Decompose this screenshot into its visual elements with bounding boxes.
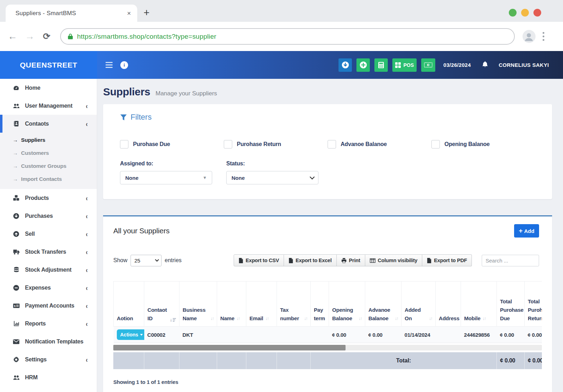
- user-name[interactable]: CORNELIUS SAKYI: [499, 62, 549, 68]
- address-book-icon: [12, 121, 20, 127]
- sidebar-item-sell[interactable]: Sell‹: [0, 225, 97, 243]
- sort-icon[interactable]: ↓↑: [210, 315, 214, 323]
- table-card-title: All your Suppliers: [113, 227, 170, 235]
- info-icon[interactable]: i: [120, 61, 128, 69]
- circle-up-icon: [12, 231, 20, 237]
- sort-desc-icon[interactable]: ↓: [170, 318, 176, 323]
- column-header-address: Address: [436, 282, 461, 327]
- sidebar-subitem-customers[interactable]: →Customers: [0, 146, 97, 159]
- column-header-mobile[interactable]: Mobile↓↑: [461, 282, 497, 327]
- address-bar[interactable]: https://smartbms.shop/contacts?type=supp…: [60, 28, 515, 45]
- download-button[interactable]: [339, 58, 352, 72]
- sidebar-item-purchases[interactable]: Purchases‹: [0, 207, 97, 225]
- chevron-left-icon: ‹: [86, 355, 88, 364]
- column-header-advanoe-balanoe[interactable]: Advanoe Balanoe↓↑: [365, 282, 401, 327]
- browser-avatar[interactable]: [523, 30, 536, 43]
- page-length-select[interactable]: 25: [131, 255, 162, 266]
- window-minimize-light[interactable]: [509, 9, 517, 17]
- add-supplier-button[interactable]: + Add: [514, 224, 539, 238]
- scrollbar-thumb[interactable]: [113, 345, 346, 350]
- add-new-button[interactable]: [356, 58, 370, 72]
- back-icon[interactable]: ←: [8, 31, 17, 42]
- sidebar-item-user-management[interactable]: User Management‹: [0, 97, 97, 115]
- print-label: Print: [349, 258, 360, 263]
- sort-icon[interactable]: ↓↑: [265, 315, 268, 323]
- reload-icon[interactable]: ⟳: [43, 31, 50, 42]
- sidebar-item-payment-accounts[interactable]: $Payment Accounts‹: [0, 297, 97, 315]
- column-label: Aotion: [117, 314, 133, 323]
- sort-icon[interactable]: ↓↑: [482, 315, 486, 323]
- checkbox-advanoe-balanoe[interactable]: [328, 140, 336, 148]
- hamburger-icon[interactable]: [106, 62, 113, 68]
- browser-menu-icon[interactable]: [543, 32, 544, 41]
- page-length-value: 25: [134, 258, 140, 264]
- sidebar-item-contaots[interactable]: Contaots‹: [0, 115, 97, 133]
- sidebar-subitem-suppliers[interactable]: →Suppliers: [0, 133, 97, 146]
- sort-icon[interactable]: ↓↑: [304, 315, 307, 323]
- sidebar-item-expenses[interactable]: Expenses‹: [0, 279, 97, 297]
- sort-icon[interactable]: ↓↑: [429, 315, 432, 323]
- suppliers-card: All your Suppliers + Add Show 25 entries: [103, 215, 552, 392]
- export-to-excel-button[interactable]: Export to Excel: [284, 254, 337, 266]
- search-input[interactable]: [482, 255, 539, 266]
- chevron-left-icon: ‹: [86, 120, 88, 128]
- footer-empty-cell: [179, 352, 217, 369]
- checkbox-purohase-return[interactable]: [224, 140, 232, 148]
- assigned-to-select[interactable]: None ▼: [120, 171, 212, 184]
- filter-selects: Assigned to: None ▼ Status: None: [120, 160, 535, 184]
- sort-icon[interactable]: ↓↑: [395, 315, 398, 323]
- browser-tab[interactable]: Suppliers - SmartBMS ×: [6, 5, 137, 22]
- pos-button[interactable]: POS: [392, 58, 417, 72]
- sidebar-item-home[interactable]: Home: [0, 79, 97, 97]
- bell-icon[interactable]: [482, 61, 488, 69]
- sidebar-item-stock-transfers[interactable]: Stock Transfers‹: [0, 243, 97, 261]
- circle-plus-icon: [360, 61, 367, 69]
- sidebar-item-stock-adjustment[interactable]: Stock Adjustment‹: [0, 261, 97, 279]
- column-header-email[interactable]: Email↓↑: [246, 282, 277, 327]
- export-to-csv-button[interactable]: Export to CSV: [234, 254, 284, 266]
- sidebar-item-products[interactable]: Products‹: [0, 189, 97, 207]
- row-actions-button[interactable]: Actions: [117, 329, 146, 340]
- caret-down-icon: ▼: [203, 175, 207, 180]
- brand-logo[interactable]: QUEENSTREET: [0, 51, 97, 79]
- horizontal-scrollbar[interactable]: [113, 345, 542, 350]
- column-label: Opening Balanoe: [332, 306, 356, 323]
- current-date: 03/26/2024: [443, 62, 471, 68]
- sort-icon[interactable]: ↓↑: [359, 315, 362, 323]
- new-tab-button[interactable]: +: [144, 8, 150, 18]
- chevron-left-icon: ‹: [86, 212, 88, 220]
- column-visibility-button[interactable]: Column visibility: [365, 254, 423, 266]
- column-header-name[interactable]: Name↓↑: [217, 282, 246, 327]
- sidebar-item-notification-templates[interactable]: Notification Templates: [0, 333, 97, 350]
- checkbox-purohase-due[interactable]: [120, 140, 128, 148]
- sidebar-item-reports[interactable]: Reports‹: [0, 315, 97, 333]
- sidebar-subitem-label: Customers: [21, 150, 49, 156]
- column-header-contaot-id[interactable]: Contaot ID↓: [144, 282, 179, 327]
- window-restore-light[interactable]: [521, 9, 529, 17]
- sidebar-item-label: Stock Adjustment: [25, 267, 71, 273]
- navbar-right: POS0 03/26/2024 CORNELIUS SAKYI: [339, 58, 563, 72]
- checkbox-opening-balanoe[interactable]: [431, 140, 440, 148]
- window-close-light[interactable]: [533, 9, 541, 17]
- sidebar-subitem-import-contacts[interactable]: →Import Contacts: [0, 172, 97, 185]
- minus-circle-icon: [12, 285, 20, 291]
- forward-icon[interactable]: →: [25, 31, 34, 42]
- tab-close-icon[interactable]: ×: [127, 10, 131, 17]
- print-button[interactable]: Print: [337, 254, 365, 266]
- column-header-business-name[interactable]: Business Name↓↑: [179, 282, 217, 327]
- sidebar-item-hrm[interactable]: HRM: [0, 368, 97, 386]
- chevron-left-icon: ‹: [86, 194, 88, 202]
- cash-register-button[interactable]: 0: [421, 58, 435, 72]
- column-header-opening-balanoe[interactable]: Opening Balanoe↓↑: [329, 282, 365, 327]
- column-header-added-on[interactable]: Added On↓↑: [401, 282, 436, 327]
- sidebar-item-settings[interactable]: Settings‹: [0, 350, 97, 368]
- sort-icon[interactable]: ↓↑: [236, 315, 240, 323]
- calculator-button[interactable]: [374, 58, 388, 72]
- export-to-pdf-button[interactable]: Export to PDF: [422, 254, 472, 266]
- sidebar-item-label: Stock Transfers: [25, 249, 66, 255]
- column-header-tax-number[interactable]: Tax number↓↑: [277, 282, 311, 327]
- sidebar-subitem-customer-groups[interactable]: →Customer Groups: [0, 159, 97, 172]
- status-select[interactable]: None: [226, 171, 318, 184]
- plus-icon: +: [519, 227, 523, 235]
- lock-icon: [68, 33, 73, 39]
